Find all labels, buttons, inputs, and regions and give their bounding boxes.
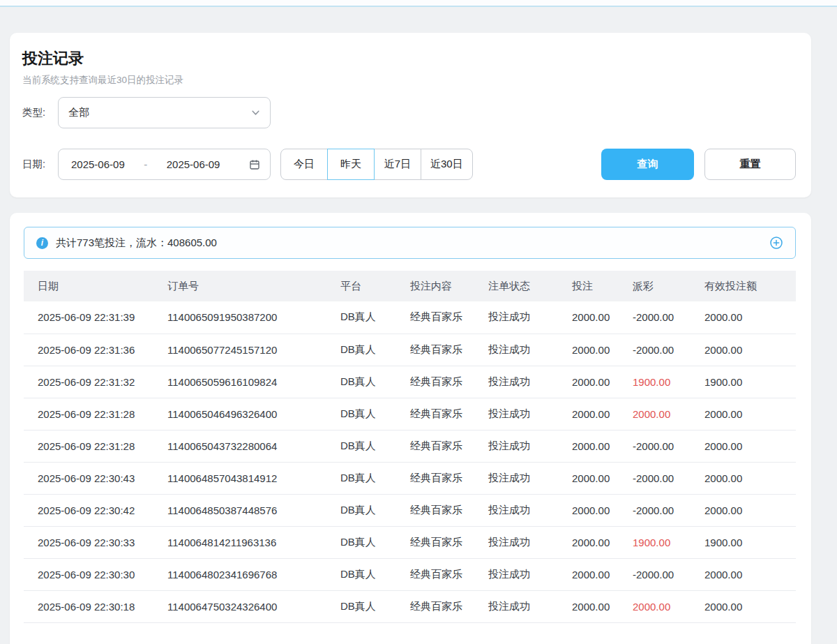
cell-bet: 2000.00 xyxy=(558,494,619,526)
column-header-platform: 平台 xyxy=(326,271,396,301)
cell-bet: 2000.00 xyxy=(558,430,619,462)
table-row: 2025-06-09 22:31:321140065059616109824DB… xyxy=(24,366,796,398)
cell-content: 经典百家乐 xyxy=(396,366,474,398)
cell-date: 2025-06-09 22:30:43 xyxy=(24,462,153,494)
cell-bet: 2000.00 xyxy=(558,366,619,398)
cell-valid: 2000.00 xyxy=(691,558,796,590)
info-icon: i xyxy=(36,237,48,249)
quick-date-button-昨天[interactable]: 昨天 xyxy=(327,149,375,180)
cell-date: 2025-06-09 22:30:42 xyxy=(24,494,153,526)
cell-platform: DB真人 xyxy=(326,398,396,430)
cell-content: 经典百家乐 xyxy=(396,462,474,494)
table-body: 2025-06-09 22:31:391140065091950387200DB… xyxy=(24,301,796,622)
page-title: 投注记录 xyxy=(22,48,796,69)
cell-payout: -2000.00 xyxy=(619,334,691,366)
cell-bet: 2000.00 xyxy=(558,462,619,494)
cell-status: 投注成功 xyxy=(474,462,558,494)
column-header-valid: 有效投注额 xyxy=(691,271,796,301)
records-panel: i 共计773笔投注，流水：408605.00 日期订单号平台投注内容注单状态投… xyxy=(10,213,811,644)
table-row: 2025-06-09 22:30:301140064802341696768DB… xyxy=(24,558,796,590)
table-row: 2025-06-09 22:30:431140064857043814912DB… xyxy=(24,462,796,494)
cell-valid: 2000.00 xyxy=(691,462,796,494)
cell-payout: -2000.00 xyxy=(619,301,691,334)
cell-date: 2025-06-09 22:30:30 xyxy=(24,558,153,590)
type-select[interactable]: 全部 xyxy=(58,97,271,128)
plus-circle-icon[interactable] xyxy=(769,236,783,250)
table-header: 日期订单号平台投注内容注单状态投注派彩有效投注额 xyxy=(24,271,796,301)
cell-platform: DB真人 xyxy=(326,430,396,462)
cell-status: 投注成功 xyxy=(474,301,558,334)
cell-date: 2025-06-09 22:30:18 xyxy=(24,590,153,622)
reset-button[interactable]: 重置 xyxy=(704,149,796,180)
cell-status: 投注成功 xyxy=(474,334,558,366)
table-row: 2025-06-09 22:30:421140064850387448576DB… xyxy=(24,494,796,526)
table-row: 2025-06-09 22:31:281140065046496326400DB… xyxy=(24,398,796,430)
cell-content: 经典百家乐 xyxy=(396,494,474,526)
type-select-value: 全部 xyxy=(68,106,89,119)
date-range-input[interactable]: 2025-06-09 - 2025-06-09 xyxy=(58,149,271,180)
cell-platform: DB真人 xyxy=(326,558,396,590)
cell-content: 经典百家乐 xyxy=(396,301,474,334)
cell-payout: 2000.00 xyxy=(619,398,691,430)
cell-order: 1140064857043814912 xyxy=(153,462,326,494)
summary-bar: i 共计773笔投注，流水：408605.00 xyxy=(24,227,796,259)
cell-platform: DB真人 xyxy=(326,462,396,494)
quick-date-button-近7日[interactable]: 近7日 xyxy=(374,149,421,180)
cell-status: 投注成功 xyxy=(474,430,558,462)
cell-platform: DB真人 xyxy=(326,590,396,622)
date-label: 日期: xyxy=(22,158,58,171)
cell-content: 经典百家乐 xyxy=(396,590,474,622)
cell-valid: 2000.00 xyxy=(691,494,796,526)
cell-platform: DB真人 xyxy=(326,334,396,366)
cell-content: 经典百家乐 xyxy=(396,430,474,462)
cell-date: 2025-06-09 22:30:33 xyxy=(24,526,153,558)
quick-date-button-近30日[interactable]: 近30日 xyxy=(421,149,473,180)
column-header-bet: 投注 xyxy=(558,271,619,301)
cell-valid: 2000.00 xyxy=(691,430,796,462)
cell-platform: DB真人 xyxy=(326,366,396,398)
cell-payout: 1900.00 xyxy=(619,366,691,398)
cell-bet: 2000.00 xyxy=(558,590,619,622)
summary-text: 共计773笔投注，流水：408605.00 xyxy=(56,237,217,250)
page-subtitle: 当前系统支持查询最近30日的投注记录 xyxy=(22,74,796,87)
cell-order: 1140065091950387200 xyxy=(153,301,326,334)
top-header-edge xyxy=(0,0,837,7)
date-end-value: 2025-06-09 xyxy=(167,158,220,170)
bet-records-table: 日期订单号平台投注内容注单状态投注派彩有效投注额 2025-06-09 22:3… xyxy=(24,271,796,623)
cell-content: 经典百家乐 xyxy=(396,334,474,366)
cell-content: 经典百家乐 xyxy=(396,558,474,590)
cell-date: 2025-06-09 22:31:32 xyxy=(24,366,153,398)
cell-bet: 2000.00 xyxy=(558,334,619,366)
quick-date-button-今日[interactable]: 今日 xyxy=(280,149,328,180)
quick-date-button-group: 今日昨天近7日近30日 xyxy=(280,149,473,180)
cell-status: 投注成功 xyxy=(474,494,558,526)
cell-order: 1140064802341696768 xyxy=(153,558,326,590)
cell-order: 1140064750324326400 xyxy=(153,590,326,622)
table-row: 2025-06-09 22:31:391140065091950387200DB… xyxy=(24,301,796,334)
calendar-icon xyxy=(249,159,260,170)
table-row: 2025-06-09 22:31:281140065043732280064DB… xyxy=(24,430,796,462)
cell-content: 经典百家乐 xyxy=(396,526,474,558)
column-header-status: 注单状态 xyxy=(474,271,558,301)
type-label: 类型: xyxy=(22,106,58,119)
date-filter-row: 日期: 2025-06-09 - 2025-06-09 今日昨天近7日近30日 … xyxy=(22,149,796,180)
cell-date: 2025-06-09 22:31:28 xyxy=(24,430,153,462)
cell-date: 2025-06-09 22:31:36 xyxy=(24,334,153,366)
column-header-payout: 派彩 xyxy=(619,271,691,301)
cell-bet: 2000.00 xyxy=(558,558,619,590)
cell-status: 投注成功 xyxy=(474,366,558,398)
query-button[interactable]: 查询 xyxy=(601,149,694,180)
cell-content: 经典百家乐 xyxy=(396,398,474,430)
cell-order: 1140065046496326400 xyxy=(153,398,326,430)
column-header-order: 订单号 xyxy=(153,271,326,301)
cell-valid: 2000.00 xyxy=(691,301,796,334)
cell-valid: 1900.00 xyxy=(691,526,796,558)
cell-status: 投注成功 xyxy=(474,526,558,558)
cell-order: 1140064850387448576 xyxy=(153,494,326,526)
cell-valid: 2000.00 xyxy=(691,398,796,430)
cell-order: 1140065077245157120 xyxy=(153,334,326,366)
cell-payout: -2000.00 xyxy=(619,558,691,590)
cell-valid: 1900.00 xyxy=(691,366,796,398)
cell-payout: -2000.00 xyxy=(619,462,691,494)
cell-status: 投注成功 xyxy=(474,398,558,430)
